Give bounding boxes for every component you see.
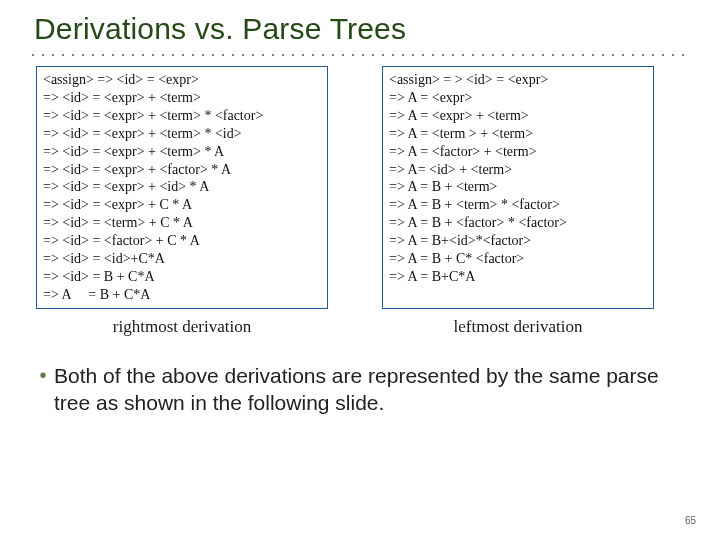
rightmost-derivation-line: => A = B + C*A xyxy=(43,286,321,304)
leftmost-derivation-line: => A = <expr> + <term> xyxy=(389,107,647,125)
leftmost-derivation-line: => A = <factor> + <term> xyxy=(389,143,647,161)
leftmost-derivation-line: => A = B + <factor> * <factor> xyxy=(389,214,647,232)
rightmost-derivation-line: => <id> = <term> + C * A xyxy=(43,214,321,232)
title-divider xyxy=(28,52,692,58)
leftmost-derivation-line: => A = B+<id>*<factor> xyxy=(389,232,647,250)
leftmost-derivation-line: => A = B + C* <factor> xyxy=(389,250,647,268)
rightmost-derivation-line: => <id> = <expr> + <factor> * A xyxy=(43,161,321,179)
rightmost-derivation-caption: rightmost derivation xyxy=(36,317,328,337)
rightmost-derivation-line: => <id> = <expr> + <term> * A xyxy=(43,143,321,161)
rightmost-derivation-line: => <id> = <factor> + C * A xyxy=(43,232,321,250)
leftmost-derivation-line: <assign> = > <id> = <expr> xyxy=(389,71,647,89)
rightmost-derivation-line: => <id> = <expr> + <term> * <factor> xyxy=(43,107,321,125)
leftmost-derivation-caption: leftmost derivation xyxy=(382,317,654,337)
slide-title: Derivations vs. Parse Trees xyxy=(34,12,692,46)
leftmost-derivation-line: => A = B+C*A xyxy=(389,268,647,286)
rightmost-derivation-line: => <id> = <expr> + <term> xyxy=(43,89,321,107)
leftmost-derivation-line: => A = B + <term> * <factor> xyxy=(389,196,647,214)
bullet-icon: • xyxy=(32,363,54,387)
rightmost-derivation-line: <assign> => <id> = <expr> xyxy=(43,71,321,89)
bullet-text: Both of the above derivations are repres… xyxy=(54,363,688,417)
leftmost-derivation-line: => A = B + <term> xyxy=(389,178,647,196)
page-number: 65 xyxy=(685,515,696,526)
leftmost-derivation-box: <assign> = > <id> = <expr>=> A = <expr>=… xyxy=(382,66,654,309)
rightmost-derivation-line: => <id> = <expr> + C * A xyxy=(43,196,321,214)
rightmost-derivation-line: => <id> = <expr> + <term> * <id> xyxy=(43,125,321,143)
rightmost-derivation-line: => <id> = <id>+C*A xyxy=(43,250,321,268)
leftmost-derivation-line: => A = <term > + <term> xyxy=(389,125,647,143)
rightmost-derivation-line: => <id> = B + C*A xyxy=(43,268,321,286)
rightmost-derivation-box: <assign> => <id> = <expr>=> <id> = <expr… xyxy=(36,66,328,309)
leftmost-derivation-line: => A= <id> + <term> xyxy=(389,161,647,179)
leftmost-derivation-line: => A = <expr> xyxy=(389,89,647,107)
rightmost-derivation-line: => <id> = <expr> + <id> * A xyxy=(43,178,321,196)
